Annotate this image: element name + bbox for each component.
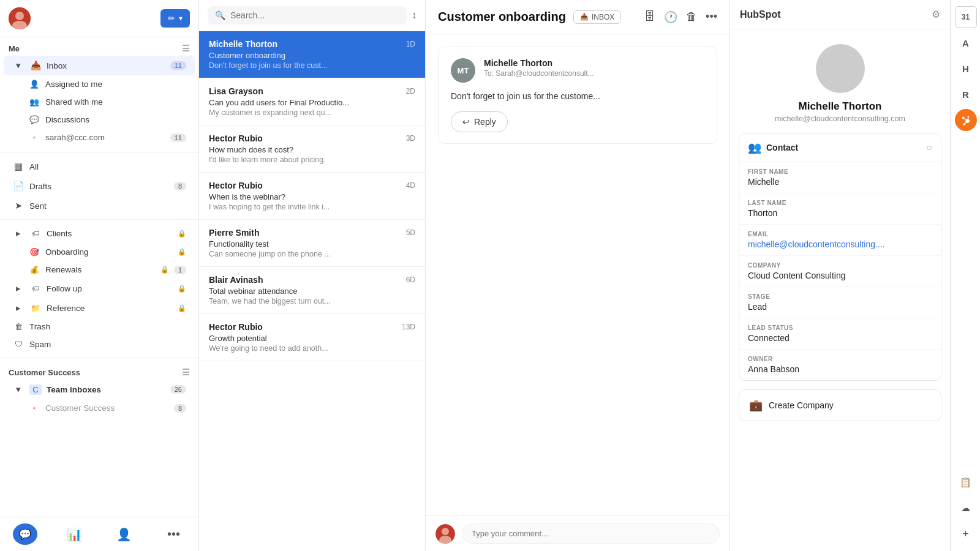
sidebar-item-trash[interactable]: 🗑 Trash xyxy=(4,318,195,335)
send-icon: ➤ xyxy=(12,200,24,211)
contact-info-title: Contact xyxy=(766,143,798,152)
msg-body: Don't forget to join us for the custome.… xyxy=(451,90,704,103)
calendar-rail-icon[interactable]: 31 xyxy=(955,6,977,28)
sidebar-item-sarah[interactable]: ● sarah@ccc.com 11 xyxy=(22,129,195,146)
sidebar-item-sent[interactable]: ➤ Sent xyxy=(4,196,195,216)
sidebar-item-shared[interactable]: 👥 Shared with me xyxy=(22,93,195,111)
collapse-icon[interactable]: ○ xyxy=(926,142,932,153)
info-company: COMPANY Cloud Content Consulting xyxy=(739,256,941,287)
chevron-right-icon2: ▸ xyxy=(12,283,24,294)
r-rail-icon[interactable]: R xyxy=(955,83,977,105)
draft-icon: 📄 xyxy=(12,181,24,192)
contact-email: michelle@cloudcontentconsulting.com xyxy=(775,114,905,123)
delete-icon[interactable]: 🗑 xyxy=(686,10,697,23)
email-item[interactable]: Lisa Grayson 2D Can you add users for Fi… xyxy=(199,78,425,126)
bottom-bar: 💬 📊 👤 ••• xyxy=(0,517,198,551)
email-item[interactable]: Pierre Smith 5D Functionality test Can s… xyxy=(199,220,425,267)
info-owner: OWNER Anna Babson xyxy=(739,350,941,380)
email-item[interactable]: Hector Rubio 13D Growth potential We're … xyxy=(199,314,425,361)
email-message-card: MT Michelle Thorton To: Sarah@cloudconte… xyxy=(438,47,717,144)
inbox-sub: 👤 Assigned to me 👥 Shared with me 💬 Disc… xyxy=(0,75,198,146)
sidebar-item-followup[interactable]: ▸ 🏷 Follow up 🔒 xyxy=(4,279,195,298)
clock-icon[interactable]: 🕐 xyxy=(664,10,677,24)
pencil-icon: ✏ xyxy=(168,13,175,23)
divider2 xyxy=(0,219,198,220)
sidebar-item-assigned[interactable]: 👤 Assigned to me xyxy=(22,75,195,93)
contact-name: Michelle Thorton xyxy=(799,100,882,113)
sidebar-item-drafts[interactable]: 📄 Drafts 8 xyxy=(4,176,195,196)
sidebar-item-all[interactable]: ▦ All xyxy=(4,157,195,176)
lock-icon: 🔒 xyxy=(178,230,186,238)
sidebar-item-customer-success[interactable]: ● Customer Success 8 xyxy=(22,399,195,417)
contact-icon: 👥 xyxy=(748,141,761,154)
dot-icon: ● xyxy=(28,135,40,140)
dot-pink-icon: ● xyxy=(28,405,40,411)
hubspot-rail-icon[interactable] xyxy=(955,109,977,131)
filter-icon: ☰ xyxy=(182,43,190,53)
sidebar-item-reference[interactable]: ▸ 📁 Reference 🔒 xyxy=(4,298,195,318)
chevron-right-icon3: ▸ xyxy=(12,302,24,313)
email-list: 🔍 ↕ Michelle Thorton 1D Customer onboard… xyxy=(199,0,426,551)
sidebar-item-discussions[interactable]: 💬 Discussions xyxy=(22,111,195,129)
search-input[interactable] xyxy=(230,10,399,20)
chevron-down-icon: ▾ xyxy=(179,14,183,23)
email-item[interactable]: Hector Rubio 3D How much does it cost? I… xyxy=(199,126,425,173)
email-item[interactable]: Hector Rubio 4D When is the webinar? I w… xyxy=(199,173,425,220)
sidebar-item-team-inboxes[interactable]: ▾ C Team inboxes 26 xyxy=(4,380,195,399)
contacts-bottom-icon[interactable]: 👤 xyxy=(112,527,137,542)
followup-icon: 🏷 xyxy=(29,284,42,293)
reply-button[interactable]: ↩ Reply xyxy=(451,111,508,132)
me-section-label: Me ☰ xyxy=(0,37,198,56)
cloud-rail-icon[interactable]: ☁ xyxy=(955,497,977,519)
divider xyxy=(0,152,198,153)
hubspot-panel: HubSpot ⚙ Michelle Thorton michelle@clou… xyxy=(730,0,951,551)
h-rail-icon[interactable]: H xyxy=(955,58,977,80)
info-email: EMAIL michelle@cloudcontentconsulting...… xyxy=(739,225,941,256)
email-list-header: 🔍 ↕ xyxy=(199,0,425,31)
reference-icon: 📁 xyxy=(29,304,42,313)
email-item[interactable]: Michelle Thorton 1D Customer onboarding … xyxy=(199,31,425,78)
email-item[interactable]: Blair Avinash 6D Total webinar attendanc… xyxy=(199,267,425,314)
sidebar-item-inbox[interactable]: ▾ 📥 Inbox 11 xyxy=(4,56,195,75)
msg-sender-name: Michelle Thorton xyxy=(484,58,594,68)
contact-avatar-large xyxy=(816,44,865,93)
email-title: Customer onboarding xyxy=(438,10,566,24)
archive-icon[interactable]: 🗄 xyxy=(644,10,655,23)
plus-rail-icon[interactable]: + xyxy=(955,523,977,545)
table-rail-icon[interactable]: 📋 xyxy=(955,471,977,493)
settings-icon[interactable]: ⚙ xyxy=(932,9,940,20)
customer-success-section: Customer Success ☰ xyxy=(0,361,198,380)
sidebar-item-renewals[interactable]: 💰 Renewals 🔒 1 xyxy=(22,261,195,279)
svg-point-4 xyxy=(442,528,449,535)
email-detail-header: Customer onboarding 📥 INBOX 🗄 🕐 🗑 ••• xyxy=(426,0,729,34)
email-items-container: Michelle Thorton 1D Customer onboarding … xyxy=(199,31,425,361)
team-icon: C xyxy=(29,384,42,395)
comment-input[interactable] xyxy=(462,523,720,544)
sidebar-item-spam[interactable]: 🛡 Spam xyxy=(4,335,195,353)
contact-card: Michelle Thorton michelle@cloudcontentco… xyxy=(730,29,950,133)
contact-info-header: 👥 Contact ○ xyxy=(739,133,941,162)
renewals-icon: 💰 xyxy=(28,265,40,274)
inbox-box-icon: 📥 xyxy=(29,61,42,70)
chat-bottom-icon[interactable]: 💬 xyxy=(13,523,37,545)
compose-button[interactable]: ✏ ▾ xyxy=(160,9,190,28)
sidebar-item-onboarding[interactable]: 🎯 Onboarding 🔒 xyxy=(22,243,195,261)
inbox-icon-small: 📥 xyxy=(580,13,589,21)
team-sub: ● Customer Success 8 xyxy=(0,399,198,417)
a-rail-icon[interactable]: A xyxy=(955,32,977,54)
trash-icon: 🗑 xyxy=(12,322,24,331)
create-company-button[interactable]: 💼 Create Company xyxy=(739,389,941,421)
chart-bottom-icon[interactable]: 📊 xyxy=(62,527,87,542)
email-title-area: Customer onboarding 📥 INBOX xyxy=(438,10,621,24)
search-bar[interactable]: 🔍 xyxy=(208,6,407,24)
sidebar-item-clients[interactable]: ▸ 🏷 Clients 🔒 xyxy=(4,223,195,243)
msg-to: To: Sarah@cloudcontentconsult... xyxy=(484,69,594,78)
more-bottom-icon[interactable]: ••• xyxy=(162,527,186,541)
lock-icon5: 🔒 xyxy=(178,304,186,312)
header-actions: 🗄 🕐 🗑 ••• xyxy=(644,10,717,24)
sort-icon[interactable]: ↕ xyxy=(412,10,417,21)
chevron-down-icon2: ▾ xyxy=(12,384,24,395)
comment-bar xyxy=(426,515,729,551)
more-icon[interactable]: ••• xyxy=(706,10,717,23)
info-first-name: FIRST NAME Michelle xyxy=(739,162,941,193)
